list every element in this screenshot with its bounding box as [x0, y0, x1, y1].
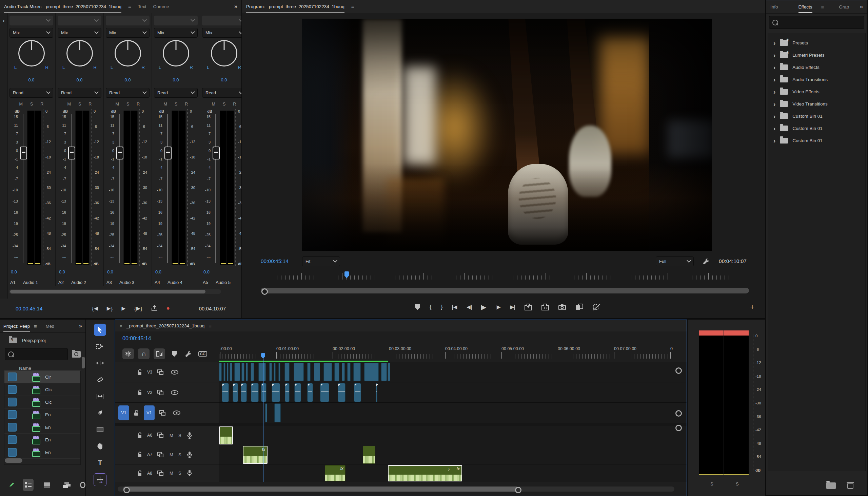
effects-tree-row[interactable]: › Audio Transitions [768, 73, 865, 86]
voiceover-mic-icon[interactable] [187, 432, 192, 439]
step-forward-button[interactable]: ▶ [496, 304, 501, 310]
playback-resolution-dropdown[interactable]: Full [656, 257, 694, 266]
clip-indicator[interactable] [699, 330, 724, 336]
pan-knob[interactable] [163, 40, 189, 66]
output-assign-dropdown[interactable]: Mix [154, 28, 198, 38]
delete-bin-icon[interactable] [847, 482, 853, 489]
new-custom-bin-icon[interactable] [826, 482, 836, 489]
output-assign-dropdown[interactable]: Mix [58, 28, 101, 38]
panel-menu-icon[interactable]: ≡ [209, 323, 212, 329]
project-item-row[interactable]: Cir [4, 371, 80, 383]
more-tabs-icon[interactable]: » [79, 323, 82, 329]
timeline-audio-clip[interactable]: ♪fx [388, 465, 462, 481]
effects-tree-row[interactable]: › Custom Bin 01 [768, 110, 865, 122]
step-back-button[interactable]: ◀ [467, 304, 472, 310]
solo-left-button[interactable]: S [710, 482, 713, 486]
timeline-clip[interactable] [294, 383, 301, 402]
volume-fader[interactable] [118, 114, 121, 263]
record-arm-button[interactable]: R [233, 102, 236, 107]
timeline-clip[interactable] [294, 363, 304, 381]
effects-tree-row[interactable]: › ★ Lumetri Presets [768, 49, 865, 61]
track-label[interactable]: A6 [147, 433, 157, 438]
video-audio-divider[interactable] [115, 423, 687, 426]
timeline-clip[interactable] [265, 403, 267, 422]
tab-info[interactable]: Info [770, 4, 778, 10]
timeline-horizontal-scrollbar[interactable] [118, 486, 674, 492]
pan-knob[interactable] [66, 40, 93, 66]
solo-button[interactable]: S [175, 102, 177, 107]
razor-tool[interactable] [94, 373, 106, 386]
expand-chevron-icon[interactable]: › [773, 40, 775, 46]
track-label[interactable]: A8 [147, 471, 157, 476]
channel-name[interactable]: Audio 3 [117, 280, 137, 286]
track-content-a6[interactable] [219, 426, 687, 445]
track-lock-icon[interactable] [134, 410, 139, 416]
fader-handle[interactable] [164, 146, 172, 159]
input-assign-dropdown[interactable] [106, 16, 149, 26]
hand-tool[interactable] [94, 440, 106, 452]
timeline-clip[interactable] [278, 363, 280, 381]
timeline-clip[interactable] [269, 363, 272, 381]
project-item-row[interactable]: Clc [4, 383, 80, 396]
play-button[interactable]: ▶ [122, 305, 126, 311]
record-arm-button[interactable]: R [185, 102, 188, 107]
list-view-button[interactable] [23, 479, 34, 491]
timeline-clip[interactable] [227, 363, 228, 381]
timeline-clip[interactable] [232, 383, 238, 402]
linked-selection-toggle[interactable] [154, 348, 165, 359]
source-patch-v1[interactable]: V1 [118, 405, 129, 420]
clip-thumbnail[interactable] [8, 385, 17, 394]
timeline-clip[interactable] [364, 363, 379, 381]
comparison-view-icon[interactable] [575, 304, 583, 310]
output-assign-dropdown[interactable]: Mix [106, 28, 149, 38]
mute-button[interactable]: M [116, 102, 119, 107]
more-tabs-icon[interactable]: » [860, 4, 863, 10]
input-assign-dropdown[interactable] [202, 16, 241, 26]
track-solo-button[interactable]: S [178, 470, 187, 476]
pan-knob[interactable] [115, 40, 141, 66]
timeline-clip[interactable] [222, 383, 229, 402]
track-visibility-eye-icon[interactable] [173, 410, 180, 415]
input-assign-dropdown[interactable] [10, 16, 53, 26]
program-mini-timeline[interactable] [261, 272, 749, 283]
icon-view-button[interactable] [42, 479, 52, 491]
clip-name[interactable]: En [45, 437, 51, 443]
expand-chevron-icon[interactable]: › [773, 64, 775, 71]
clip-name[interactable]: Cir [45, 374, 51, 379]
mixer-collapse-rail[interactable]: › [0, 13, 8, 318]
solo-button[interactable]: S [223, 102, 225, 107]
sync-lock-icon[interactable] [157, 433, 163, 438]
track-label[interactable]: A7 [147, 452, 157, 457]
timeline-clip[interactable] [229, 363, 232, 381]
fader-handle[interactable] [116, 146, 124, 159]
output-assign-dropdown[interactable]: Mix [10, 28, 53, 38]
sync-lock-icon[interactable] [157, 452, 163, 457]
program-scrollbar[interactable] [261, 288, 749, 293]
timeline-audio-clip[interactable] [219, 427, 233, 445]
export-icon[interactable] [151, 305, 158, 311]
freeform-view-button[interactable] [61, 479, 72, 491]
project-vertical-scrollbar[interactable] [82, 357, 85, 369]
track-solo-button[interactable]: S [178, 433, 187, 438]
expand-chevron-icon[interactable]: › [773, 89, 775, 95]
timeline-clip[interactable] [342, 363, 345, 381]
track-visibility-eye-icon[interactable] [171, 370, 178, 374]
automation-mode-dropdown[interactable]: Read [10, 88, 53, 98]
timeline-audio-clip[interactable]: fx [243, 446, 268, 464]
more-tabs-icon[interactable]: » [234, 3, 237, 10]
voiceover-mic-icon[interactable] [187, 470, 192, 476]
timeline-clip[interactable] [307, 363, 310, 381]
track-content-v2[interactable] [219, 382, 687, 403]
mark-out-button[interactable]: } [441, 304, 443, 310]
video-scroll-handle-icon[interactable] [675, 368, 682, 374]
timeline-clip[interactable] [347, 363, 351, 381]
button-editor-plus[interactable]: + [750, 303, 754, 311]
track-label[interactable]: V3 [147, 370, 157, 374]
tab-graphics[interactable]: Grap [839, 4, 849, 10]
solo-button[interactable]: S [30, 102, 33, 107]
master-meters[interactable] [699, 330, 750, 475]
zoom-handle-left-icon[interactable] [124, 487, 130, 493]
tab-audio-track-mixer[interactable]: Audio Track Mixer: _prompt_three_2025071… [4, 4, 122, 9]
track-lock-icon[interactable] [137, 452, 142, 458]
track-visibility-eye-icon[interactable] [171, 390, 178, 395]
